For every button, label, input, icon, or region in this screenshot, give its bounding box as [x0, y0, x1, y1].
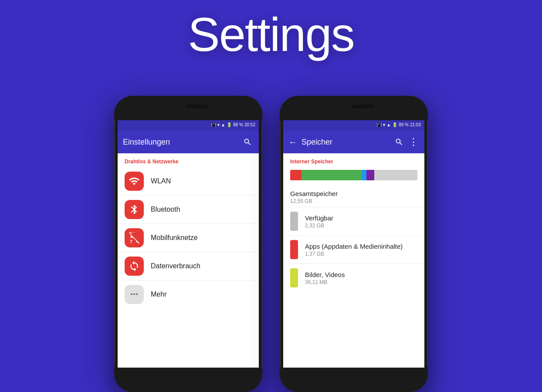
app-bar-1: Einstellungen	[118, 131, 259, 153]
settings-item-wlan[interactable]: WLAN	[118, 167, 259, 196]
app-bar-title-2: Speicher	[301, 138, 391, 147]
battery-icon-2: 🔋	[392, 122, 397, 127]
data-icon	[125, 257, 144, 276]
settings-item-mobile[interactable]: Mobilfunknetze	[118, 224, 259, 252]
storage-total-label: Gesamtspeicher	[290, 190, 417, 197]
time-2: 21:03	[410, 122, 421, 127]
battery-percent-1: 88 %	[233, 122, 243, 127]
phone-1-screen: 📳 ▾ ▲ 🔋 88 % 20:52 Einstellungen	[118, 118, 259, 369]
storage-bar-available	[374, 170, 417, 180]
wifi-icon: ▾	[217, 122, 220, 127]
speaker-grille-2	[352, 105, 373, 108]
settings-item-more[interactable]: ··· Mehr	[118, 280, 259, 308]
storage-row-available[interactable]: Verfügbar 2,32 GB	[283, 207, 424, 236]
bluetooth-icon	[125, 200, 144, 219]
phone-1: 📳 ▾ ▲ 🔋 88 % 20:52 Einstellungen	[114, 96, 262, 392]
settings-item-bluetooth[interactable]: Bluetooth	[118, 196, 259, 224]
status-bar-1: 📳 ▾ ▲ 🔋 88 % 20:52	[118, 118, 259, 131]
storage-total-value: 12,55 GB	[290, 198, 417, 204]
wlan-icon	[125, 172, 144, 191]
apps-text: Apps (Appdaten & Medieninhalte) 1,37 GB	[305, 243, 403, 257]
apps-value: 1,37 GB	[305, 251, 403, 257]
more-label: Mehr	[151, 291, 166, 298]
data-label: Datenverbrauch	[151, 262, 200, 270]
more-button-2[interactable]: ⋮	[407, 136, 419, 148]
storage-section-header: Interner Speicher	[283, 153, 424, 168]
available-label: Verfügbar	[305, 214, 333, 222]
storage-row-pictures[interactable]: Bilder, Videos 36,11 MB	[283, 264, 424, 292]
search-button-2[interactable]	[393, 136, 405, 148]
available-value: 2,32 GB	[305, 223, 333, 229]
phones-container: 📳 ▾ ▲ 🔋 88 % 20:52 Einstellungen	[0, 96, 542, 392]
status-bar-2: 📳 ▾ ▲ 🔋 89 % 21:03	[283, 118, 424, 131]
battery-icon: 🔋	[227, 122, 232, 127]
phone-2: 📳 ▾ ▲ 🔋 89 % 21:03 ← Speicher ⋮	[280, 96, 428, 392]
vibrate-icon: 📳	[211, 122, 216, 127]
storage-row-apps[interactable]: Apps (Appdaten & Medieninhalte) 1,37 GB	[283, 236, 424, 264]
bluetooth-label: Bluetooth	[151, 206, 180, 213]
pictures-text: Bilder, Videos 36,11 MB	[305, 271, 345, 285]
section-header-1: Drahtlos & Netzwerke	[118, 153, 259, 167]
pictures-color	[290, 268, 298, 287]
more-icon: ···	[125, 285, 144, 304]
storage-bar-media	[362, 170, 367, 180]
phone-2-screen: 📳 ▾ ▲ 🔋 89 % 21:03 ← Speicher ⋮	[283, 118, 424, 369]
storage-bar-apps	[290, 170, 301, 180]
time-1: 20:52	[244, 122, 255, 127]
vibrate-icon-2: 📳	[376, 122, 382, 127]
storage-total: Gesamtspeicher 12,55 GB	[283, 186, 424, 207]
storage-bar	[290, 170, 417, 180]
storage-bar-container	[283, 168, 424, 186]
mobile-icon	[125, 228, 144, 247]
wlan-label: WLAN	[151, 177, 171, 185]
storage-bar-free	[301, 170, 361, 180]
status-icons-2: 📳 ▾ ▲ 🔋 89 % 21:03	[376, 122, 421, 127]
apps-color	[290, 240, 298, 259]
pictures-label: Bilder, Videos	[305, 271, 345, 278]
back-button[interactable]: ←	[288, 137, 297, 147]
battery-percent-2: 89 %	[399, 122, 409, 127]
page-title: Settings	[0, 0, 542, 61]
pictures-value: 36,11 MB	[305, 279, 345, 285]
available-text: Verfügbar 2,32 GB	[305, 214, 333, 229]
signal-icon-2: ▲	[386, 122, 391, 127]
storage-content: Interner Speicher Gesamtspeicher 12,55 G…	[283, 153, 424, 369]
status-icons-1: 📳 ▾ ▲ 🔋 88 % 20:52	[211, 122, 255, 127]
mobile-label: Mobilfunknetze	[151, 234, 198, 242]
available-color	[290, 212, 298, 231]
search-button-1[interactable]	[241, 136, 254, 148]
app-bar-2: ← Speicher ⋮	[283, 131, 424, 153]
apps-label: Apps (Appdaten & Medieninhalte)	[305, 243, 403, 250]
storage-bar-other	[366, 170, 374, 180]
settings-content: Drahtlos & Netzwerke WLAN	[118, 153, 259, 369]
app-bar-title-1: Einstellungen	[123, 138, 240, 147]
speaker-grille	[186, 105, 208, 108]
settings-item-data[interactable]: Datenverbrauch	[118, 252, 259, 280]
signal-icon: ▲	[221, 122, 225, 127]
wifi-icon-2: ▾	[383, 122, 385, 127]
